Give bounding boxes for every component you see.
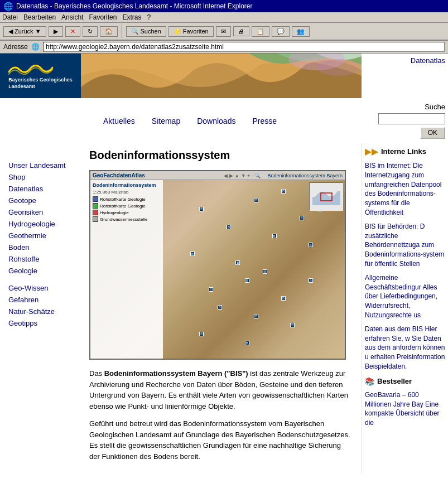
discuss-button[interactable]: 💬 xyxy=(272,26,290,37)
left-sidebar: Unser Landesamt Shop Datenatlas Geotope … xyxy=(0,143,81,474)
map-dot: B xyxy=(245,278,249,283)
map-dot: B xyxy=(254,314,258,318)
menu-ansicht[interactable]: Ansicht xyxy=(61,13,83,21)
sidebar-item-gefahren[interactable]: Gefahren xyxy=(8,294,75,305)
nav-aktuelles[interactable]: Aktuelles xyxy=(103,117,135,125)
right-link-daten[interactable]: Daten aus dem BIS Hier erfahren Sie, w S… xyxy=(365,325,445,371)
address-bar: Adresse 🌐 xyxy=(0,41,448,54)
people-button[interactable]: 👥 xyxy=(292,26,310,37)
star-icon: ⭐ xyxy=(174,28,181,35)
address-input[interactable] xyxy=(43,42,445,52)
right-link-bis-behoerden[interactable]: BIS für Behörden: D zusätzliche Behörden… xyxy=(365,222,445,269)
edit-button[interactable]: 📋 xyxy=(252,26,269,37)
mail-button[interactable]: ✉ xyxy=(216,26,231,37)
stop-button[interactable]: ✕ xyxy=(65,26,80,37)
dropdown-icon: ▼ xyxy=(35,28,41,35)
legend-color-1 xyxy=(93,196,98,202)
back-button[interactable]: ◀ Zurück ▼ xyxy=(3,26,46,37)
sidebar-item-landesamt[interactable]: Unser Landesamt xyxy=(8,160,75,171)
map-dot: B xyxy=(272,234,277,238)
nav-presse[interactable]: Presse xyxy=(252,117,277,125)
sidebar-item-georisiken[interactable]: Georisiken xyxy=(8,207,75,218)
map-dot: B xyxy=(263,269,267,274)
search-input[interactable] xyxy=(378,113,445,124)
bestseller-link[interactable]: GeoBavaria – 600 Millionen Jahre Bay Ein… xyxy=(365,390,445,428)
right-link-agb[interactable]: Allgemeine Geschäftsbedingur Alles über … xyxy=(365,273,445,320)
mail-icon: ✉ xyxy=(221,28,226,35)
header-top: Bayerisches Geologisches Landesamt Daten… xyxy=(0,54,448,98)
home-button[interactable]: 🏠 xyxy=(100,26,118,37)
menu-bearbeiten[interactable]: Bearbeiten xyxy=(23,13,56,21)
bestseller-title: Bestseller xyxy=(377,377,412,385)
menu-bar: Datei Bearbeiten Ansicht Favoriten Extra… xyxy=(0,12,448,23)
map-dot: B xyxy=(227,225,231,229)
sidebar-item-datenatlas[interactable]: Datenatlas xyxy=(8,183,75,194)
legend-label-3: Hydrogeologie xyxy=(100,210,129,215)
print-button[interactable]: 🖨 xyxy=(233,26,249,36)
body-paragraph-1: Das Bodeninformationssystem Bayern ("BIS… xyxy=(89,368,353,412)
sidebar-item-geothermie[interactable]: Geothermie xyxy=(8,230,75,241)
top-nav-area: Aktuelles Sitemap Downloads Presse Suche… xyxy=(0,98,448,143)
body-bold: Bodeninformationssystem Bayern ("BIS") xyxy=(104,369,248,378)
sidebar-item-geotope[interactable]: Geotope xyxy=(8,195,75,206)
nav-downloads[interactable]: Downloads xyxy=(197,117,235,125)
map-dot: B xyxy=(309,243,313,247)
sidebar-item-hydrogeologie[interactable]: Hydrogeologie xyxy=(8,219,75,229)
map-image: Bodeninformationssystem 1:25.863 Maßstab… xyxy=(90,180,345,359)
sidebar-item-geowissen[interactable]: Geo-Wissen xyxy=(8,283,75,293)
menu-extras[interactable]: Extras xyxy=(122,13,141,21)
menu-favoriten[interactable]: Favoriten xyxy=(89,13,117,21)
menu-help[interactable]: ? xyxy=(147,13,151,21)
legend-color-3 xyxy=(93,210,98,215)
search-label: Suche xyxy=(425,103,445,111)
internal-links-title: Interne Links xyxy=(381,147,426,156)
map-dot: B xyxy=(290,323,295,327)
search-button[interactable]: 🔍 Suchen xyxy=(126,26,166,37)
address-icon: 🌐 xyxy=(31,43,40,51)
sidebar-item-rohstoffe[interactable]: Rohstoffe xyxy=(8,254,75,264)
edit-icon: 📋 xyxy=(257,28,264,35)
map-dot: B xyxy=(199,332,204,336)
map-dot: B xyxy=(199,207,204,211)
body-paragraph-2: Geführt und betreut wird das Bodeninform… xyxy=(89,418,353,462)
map-dot: B xyxy=(235,260,240,265)
sidebar-item-shop[interactable]: Shop xyxy=(8,172,75,182)
sidebar-divider xyxy=(8,277,75,283)
sidebar-item-naturschaetze[interactable]: Natur-Schätze xyxy=(8,306,75,317)
sidebar-item-boden[interactable]: Boden xyxy=(8,242,75,253)
book-icon: 📚 xyxy=(365,377,374,386)
right-sidebar: ▶▶ Interne Links BIS im Internet: Die In… xyxy=(362,143,448,474)
toolbar-separator xyxy=(122,25,122,38)
sidebar-item-geologie[interactable]: Geologie xyxy=(8,265,75,276)
logo-text: Bayerisches Geologisches Landesamt xyxy=(8,77,73,90)
map-mini-overview xyxy=(309,182,343,210)
datenatlas-header-link[interactable]: Datenatlas xyxy=(411,56,445,65)
forward-button[interactable]: ▶ xyxy=(49,26,63,37)
home-icon: 🏠 xyxy=(105,28,113,35)
menu-datei[interactable]: Datei xyxy=(2,13,18,21)
map-dot: B xyxy=(254,198,258,202)
refresh-button[interactable]: ↻ xyxy=(83,26,98,37)
legend-item-3: Hydrogeologie xyxy=(93,210,161,215)
legend-scale: 1:25.863 Maßstab xyxy=(93,190,161,195)
legend-label-1: Rohstoffkarte Geologie xyxy=(100,197,146,202)
legend-item-2: Rohstoffkarte Geologie xyxy=(93,203,161,209)
header-decorative-image xyxy=(81,54,362,98)
legend-item-4: Grundwassermessstelle xyxy=(93,216,161,222)
map-container[interactable]: GeoFachdatenAtlas ◀ ▶ ▲ ▼ + - 🔍 Bodeninf… xyxy=(89,170,346,360)
map-dot: B xyxy=(309,278,313,283)
map-dot: B xyxy=(190,252,195,256)
map-dot: B xyxy=(209,287,213,292)
right-link-bis-internet[interactable]: BIS im Internet: Die Internetzugang zum … xyxy=(365,161,445,218)
logo-area: Bayerisches Geologisches Landesamt xyxy=(0,54,81,98)
nav-sitemap[interactable]: Sitemap xyxy=(152,117,180,125)
sidebar-nav: Unser Landesamt Shop Datenatlas Geotope … xyxy=(8,160,75,328)
legend-title: Bodeninformationssystem xyxy=(93,182,161,188)
favorites-button[interactable]: ⭐ Favoriten xyxy=(168,26,214,37)
map-controls: ◀ ▶ ▲ ▼ + - 🔍 xyxy=(224,173,261,178)
geological-decoration xyxy=(81,54,362,98)
map-legend: Bodeninformationssystem 1:25.863 Maßstab… xyxy=(90,180,163,359)
sidebar-item-geotipps[interactable]: Geotipps xyxy=(8,318,75,328)
search-ok-button[interactable]: OK xyxy=(420,127,445,139)
svg-point-2 xyxy=(317,59,362,76)
